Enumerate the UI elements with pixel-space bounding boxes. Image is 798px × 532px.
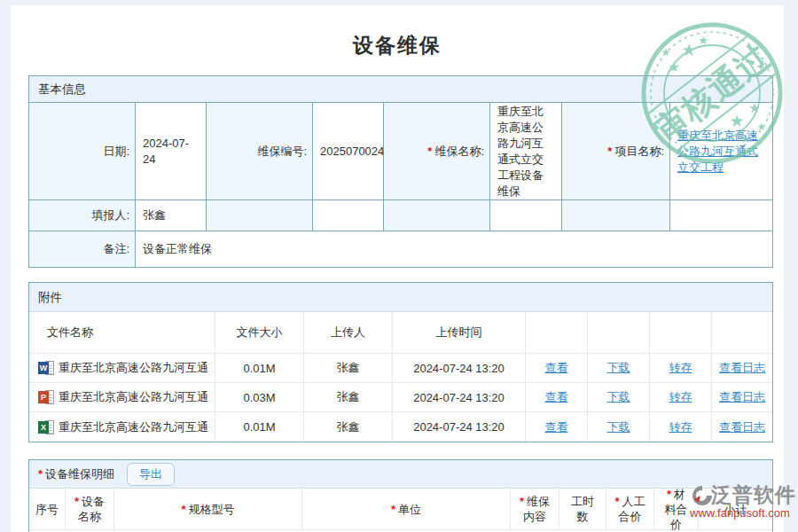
- col-uploader: 上传人: [304, 312, 393, 354]
- view-log-link[interactable]: 查看日志: [719, 360, 765, 376]
- project-name-value-cell: 重庆至北京高速公路九河互通式立交工程: [670, 103, 772, 200]
- date-value: 2024-07-24: [143, 136, 199, 168]
- maint-no-label: 维保编号:: [257, 144, 307, 160]
- file-name: 重庆至北京高速公路九河互通: [59, 419, 208, 435]
- attachment-row-name: P 重庆至北京高速公路九河互通: [29, 383, 215, 412]
- word-file-icon: W: [38, 361, 54, 375]
- reporter-value-cell: 张鑫: [136, 200, 207, 231]
- transfer-link[interactable]: 转存: [669, 389, 692, 405]
- upload-time: 2024-07-24 13:20: [393, 383, 526, 412]
- reporter-label-cell: 填报人:: [29, 200, 136, 231]
- transfer-link[interactable]: 转存: [669, 419, 692, 435]
- file-name: 重庆至北京高速公路九河互通: [59, 360, 208, 376]
- file-size: 0.01M: [215, 354, 304, 383]
- file-name: 重庆至北京高速公路九河互通: [59, 389, 208, 405]
- col-seq: 序号: [29, 489, 66, 530]
- attachment-row-name: X 重庆至北京高速公路九河互通: [29, 412, 215, 442]
- col-spec-model: *规格型号: [114, 489, 302, 530]
- upload-time: 2024-07-24 13:20: [393, 412, 526, 442]
- download-link[interactable]: 下载: [607, 360, 630, 376]
- col-maint-content: *维保内容: [511, 489, 559, 530]
- col-unit: *单位: [302, 489, 511, 530]
- col-upload-time: 上传时间: [393, 312, 526, 354]
- view-link[interactable]: 查看: [545, 360, 568, 376]
- basic-info-title: 基本信息: [29, 76, 772, 103]
- project-name-label-cell: *项目名称:: [562, 103, 670, 200]
- maint-no-label-cell: 维保编号:: [207, 103, 313, 200]
- col-action: [526, 312, 588, 354]
- empty-value-cell: [313, 200, 384, 231]
- uploader: 张鑫: [304, 412, 393, 442]
- maintenance-detail-section: * 设备维保明细 导出 序号 *设备名称 *规格型号 *单位 *维保内容 工时数…: [28, 459, 773, 532]
- download-link[interactable]: 下载: [607, 389, 630, 405]
- date-label: 日期:: [103, 144, 129, 160]
- view-link[interactable]: 查看: [545, 389, 568, 405]
- remark-label-cell: 备注:: [29, 231, 136, 267]
- col-file-name: 文件名称: [29, 312, 215, 354]
- required-asterisk: *: [427, 144, 432, 160]
- project-name-link[interactable]: 重庆至北京高速公路九河互通式立交工程: [677, 128, 765, 176]
- maint-name-value: 重庆至北京高速公路九河互通式立交工程设备维保: [497, 104, 554, 200]
- download-link[interactable]: 下载: [607, 419, 630, 435]
- required-asterisk: *: [607, 144, 612, 160]
- attachments-table: 文件名称 文件大小 上传人 上传时间 W 重庆至北京高速公路九河互通 0.01M…: [29, 312, 772, 442]
- excel-file-icon: X: [38, 420, 54, 434]
- maint-name-value-cell: 重庆至北京高速公路九河互通式立交工程设备维保: [490, 103, 562, 200]
- view-link[interactable]: 查看: [545, 419, 568, 435]
- empty-label-cell: [384, 200, 490, 231]
- maint-no-value: 2025070024: [320, 144, 384, 160]
- attachments-section: 附件 文件名称 文件大小 上传人 上传时间 W 重庆至北京高速公路九河互通 0.…: [28, 282, 773, 442]
- file-size: 0.03M: [215, 383, 304, 412]
- empty-value-cell: [670, 200, 772, 231]
- export-button[interactable]: 导出: [127, 463, 175, 486]
- col-file-size: 文件大小: [215, 312, 304, 354]
- col-material-total: *材料合价: [654, 489, 699, 530]
- date-value-cell: 2024-07-24: [136, 103, 207, 200]
- col-action: [650, 312, 712, 354]
- col-action: [712, 312, 772, 354]
- basic-info-section: 基本信息 日期: 2024-07-24 维保编号: 2025070024 *维保…: [28, 75, 773, 268]
- file-size: 0.01M: [215, 412, 304, 442]
- remark-value-cell: 设备正常维保: [136, 231, 772, 267]
- ppt-file-icon: P: [38, 390, 54, 404]
- maint-name-label-cell: *维保名称:: [384, 103, 490, 200]
- upload-time: 2024-07-24 13:20: [393, 354, 526, 383]
- maint-name-label: 维保名称:: [434, 144, 484, 160]
- remark-label: 备注:: [103, 241, 129, 257]
- detail-table-header: 序号 *设备名称 *规格型号 *单位 *维保内容 工时数 *人工合价 *材料合价…: [29, 489, 772, 530]
- transfer-link[interactable]: 转存: [669, 360, 692, 376]
- reporter-value: 张鑫: [143, 207, 166, 223]
- project-name-label: 项目名称:: [614, 144, 664, 160]
- view-log-link[interactable]: 查看日志: [719, 389, 765, 405]
- col-work-hours: 工时数: [559, 489, 606, 530]
- date-label-cell: 日期:: [29, 103, 136, 200]
- maint-no-value-cell: 2025070024: [313, 103, 384, 200]
- attachments-title: 附件: [29, 283, 772, 312]
- uploader: 张鑫: [304, 354, 393, 383]
- col-labor-total: *人工合价: [606, 489, 654, 530]
- view-log-link[interactable]: 查看日志: [719, 419, 765, 435]
- uploader: 张鑫: [304, 383, 393, 412]
- empty-label-cell: [207, 200, 313, 231]
- required-asterisk: *: [38, 467, 43, 481]
- attachment-row-name: W 重庆至北京高速公路九河互通: [29, 354, 215, 383]
- detail-section-title: 设备维保明细: [45, 466, 114, 482]
- remark-value: 设备正常维保: [143, 241, 212, 257]
- col-equipment-name: *设备名称: [66, 489, 114, 530]
- col-subtotal: 小计: [699, 489, 772, 530]
- basic-info-table: 日期: 2024-07-24 维保编号: 2025070024 *维保名称: 重…: [29, 103, 772, 267]
- col-action: [588, 312, 650, 354]
- reporter-label: 填报人:: [91, 207, 129, 223]
- empty-value-cell: [490, 200, 562, 231]
- empty-label-cell: [562, 200, 670, 231]
